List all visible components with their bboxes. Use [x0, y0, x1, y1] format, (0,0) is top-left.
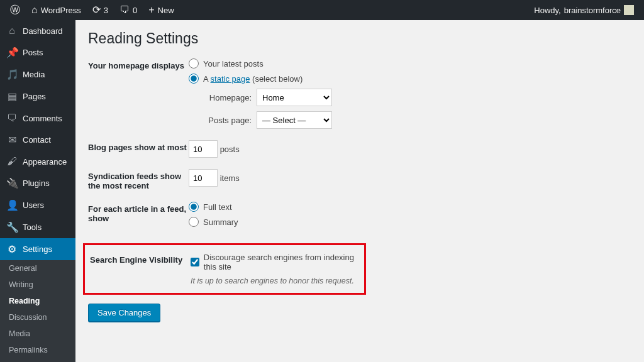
sidebar-item-contact[interactable]: ✉Contact	[0, 129, 75, 151]
adminbar-site-name[interactable]: ⌂WordPress	[26, 0, 86, 20]
page-icon: ▤	[6, 90, 18, 102]
radio-summary-label: Summary	[203, 217, 238, 227]
checkbox-discourage-indexing[interactable]	[191, 257, 199, 267]
avatar	[624, 5, 634, 15]
seo-description: It is up to search engines to honor this…	[191, 277, 359, 285]
sidebar-item-label: Media	[23, 70, 45, 79]
label-seo-visibility: Search Engine Visibility	[90, 253, 191, 265]
sidebar-item-posts[interactable]: 📌Posts	[0, 41, 75, 63]
submenu-item-writing[interactable]: Writing	[0, 277, 75, 293]
adminbar-account[interactable]: Howdy, brainstormforce	[529, 0, 639, 20]
radio-latest-posts[interactable]	[189, 58, 199, 69]
adminbar-username: brainstormforce	[564, 6, 621, 15]
radio-static-page[interactable]	[189, 74, 199, 84]
content-area: Reading Settings Your homepage displays …	[75, 20, 644, 362]
unit-items: items	[220, 173, 240, 183]
input-blog-pages[interactable]	[189, 140, 218, 158]
submenu-item-media[interactable]: Media	[0, 326, 75, 342]
wordpress-logo-icon: ⓦ	[10, 5, 20, 15]
wrench-icon: 🔧	[6, 221, 18, 233]
row-syndication: Syndication feeds show the most recent i…	[88, 169, 631, 190]
sidebar-item-comments[interactable]: 🗨Comments	[0, 107, 75, 129]
refresh-icon: ⟳	[92, 5, 101, 15]
submenu-item-discussion[interactable]: Discussion	[0, 309, 75, 326]
sidebar-item-label: Dashboard	[23, 26, 63, 36]
mail-icon: ✉	[6, 134, 18, 146]
sidebar-item-appearance[interactable]: 🖌Appearance	[0, 151, 75, 172]
sidebar-item-label: Contact	[23, 135, 51, 145]
brush-icon: 🖌	[6, 156, 18, 167]
sidebar-item-label: Plugins	[23, 178, 50, 188]
sliders-icon: ⚙	[6, 243, 18, 255]
sidebar-item-pages[interactable]: ▤Pages	[0, 85, 75, 107]
adminbar-comments[interactable]: 🗨0	[114, 0, 142, 20]
row-homepage-displays: Your homepage displays Your latest posts…	[88, 58, 631, 129]
adminbar-updates[interactable]: ⟳3	[87, 0, 113, 20]
sidebar-item-media[interactable]: 🎵Media	[0, 63, 75, 85]
homepage-select-label: Homepage:	[203, 93, 252, 102]
adminbar-comments-count: 0	[133, 6, 137, 15]
label-feed-article: For each article in a feed, show	[88, 202, 189, 223]
radio-full-text-label: Full text	[203, 202, 232, 212]
user-icon: 👤	[6, 199, 18, 211]
save-changes-button[interactable]: Save Changes	[88, 304, 160, 322]
adminbar-new-label: New	[158, 6, 174, 15]
sidebar-item-users[interactable]: 👤Users	[0, 194, 75, 216]
unit-posts: posts	[220, 145, 240, 154]
sidebar-item-label: Settings	[23, 244, 52, 254]
sidebar-item-label: Appearance	[23, 157, 67, 167]
radio-static-page-label: A static page (select below)	[203, 74, 303, 84]
plus-icon: +	[148, 5, 154, 15]
radio-full-text[interactable]	[189, 202, 199, 212]
comment-icon: 🗨	[6, 112, 18, 124]
submenu-item-permalinks[interactable]: Permalinks	[0, 342, 75, 358]
sidebar-item-settings[interactable]: ⚙Settings	[0, 238, 75, 260]
adminbar-new[interactable]: +New	[143, 0, 179, 20]
adminbar: ⓦ ⌂WordPress ⟳3 🗨0 +New Howdy, brainstor…	[0, 0, 644, 20]
pin-icon: 📌	[6, 47, 18, 58]
adminbar-updates-count: 3	[104, 6, 108, 15]
row-blog-pages: Blog pages show at most posts	[88, 140, 631, 158]
input-syndication[interactable]	[189, 169, 218, 187]
row-feed-article: For each article in a feed, show Full te…	[88, 202, 631, 232]
admin-sidebar: ⌂Dashboard 📌Posts 🎵Media ▤Pages 🗨Comment…	[0, 20, 75, 362]
sidebar-item-label: Posts	[23, 48, 43, 57]
adminbar-site-label: WordPress	[41, 6, 81, 15]
sidebar-item-plugins[interactable]: 🔌Plugins	[0, 172, 75, 194]
adminbar-howdy-prefix: Howdy,	[534, 6, 560, 15]
label-homepage-displays: Your homepage displays	[88, 58, 189, 70]
sidebar-item-label: Pages	[23, 92, 46, 101]
highlight-seo-visibility: Search Engine Visibility Discourage sear…	[83, 243, 366, 295]
submenu-item-reading[interactable]: Reading	[0, 293, 75, 309]
home-icon: ⌂	[31, 5, 38, 15]
checkbox-discourage-indexing-label: Discourage search engines from indexing …	[204, 253, 359, 272]
label-blog-pages: Blog pages show at most	[88, 140, 189, 152]
media-icon: 🎵	[6, 69, 18, 80]
dashboard-icon: ⌂	[6, 25, 18, 36]
submenu-item-general[interactable]: General	[0, 260, 75, 277]
plug-icon: 🔌	[6, 177, 18, 189]
postspage-select[interactable]: — Select —	[257, 111, 332, 129]
static-page-link[interactable]: static page	[211, 74, 250, 84]
postspage-select-label: Posts page:	[203, 116, 252, 125]
sidebar-item-label: Users	[23, 200, 44, 210]
sidebar-item-dashboard[interactable]: ⌂Dashboard	[0, 20, 75, 41]
comment-icon: 🗨	[119, 5, 130, 15]
label-syndication: Syndication feeds show the most recent	[88, 169, 189, 190]
sidebar-item-tools[interactable]: 🔧Tools	[0, 216, 75, 238]
adminbar-wp-logo[interactable]: ⓦ	[5, 0, 25, 20]
sidebar-item-label: Comments	[23, 114, 62, 123]
submenu-item-privacy[interactable]: Privacy	[0, 358, 75, 362]
sidebar-item-label: Tools	[23, 222, 42, 232]
radio-summary[interactable]	[189, 217, 199, 227]
settings-submenu: General Writing Reading Discussion Media…	[0, 260, 75, 362]
page-title: Reading Settings	[88, 30, 631, 47]
radio-latest-posts-label: Your latest posts	[203, 59, 264, 69]
homepage-select[interactable]: Home	[257, 89, 332, 106]
